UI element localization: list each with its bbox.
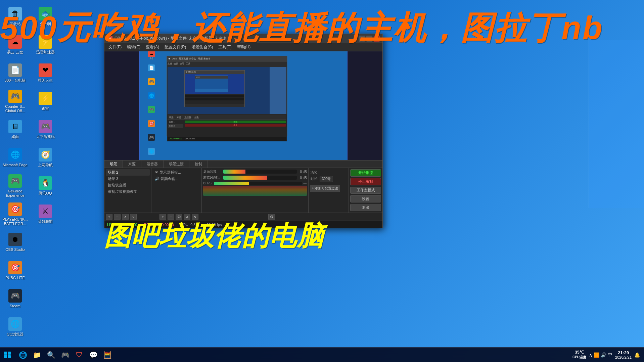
desktop-icon-pubglite[interactable]: 🎯 PUBG LITE: [0, 257, 30, 284]
obs-studio-mode-button[interactable]: 工作室模式: [350, 187, 381, 194]
obs-scene-0[interactable]: 场景 2: [106, 169, 150, 176]
right-panel: [589, 40, 644, 208]
obs-settings-button[interactable]: 设置: [350, 195, 381, 202]
taskbar-clock[interactable]: 21:29 2020/2/21: [615, 350, 632, 359]
desktop-icon-geforce[interactable]: 🎮 GeForce Experience: [0, 173, 30, 199]
taskbar-app-calc[interactable]: 🧮: [101, 348, 114, 362]
pubglite-icon: 🎯: [8, 261, 22, 274]
xunlei-label: 迅雷: [42, 106, 49, 111]
geforce-label: GeForce Experience: [2, 189, 29, 198]
obs-tab-scenes[interactable]: 场景: [104, 161, 123, 168]
taskbar-app-edge[interactable]: 🌐: [16, 348, 30, 362]
life-label: 帮闪人生: [38, 78, 53, 83]
start-button[interactable]: [0, 348, 15, 362]
transition-duration[interactable]: 300毫: [320, 176, 333, 182]
input-icon[interactable]: 中: [608, 352, 612, 358]
xunlei-icon: ⚡: [39, 92, 52, 105]
lol-icon: ⚔: [39, 205, 52, 218]
nested-obs-title: ⏺OBS - 配置文件 未命名 - 场景 未命名: [167, 56, 287, 61]
obs-scene-3[interactable]: 录制垃圾视频教学: [106, 188, 150, 195]
mixer-desktop-db: 0 dB: [297, 170, 307, 174]
mixer-mic-db: 0 dB: [297, 176, 307, 180]
speed-label: 迅雷加速器: [36, 50, 55, 54]
obs-controls-panel: 开始推流 停止录制 工作室模式 设置 退出: [349, 168, 382, 213]
desktop-icons-area: 🗑 回收站 ☁ 易云·云盘 📄 300一台电脑 🎮 Counter-S... G…: [0, 0, 44, 345]
deep-nested-preview: ⏺ OBS: [185, 74, 244, 94]
ni-4: 🌐: [148, 92, 155, 99]
obs-icon: ⏺: [8, 233, 22, 246]
obs-source-1[interactable]: 🔊 音频金输...: [153, 176, 200, 182]
add-configurable-transition[interactable]: + 添加可配置过渡: [310, 185, 340, 192]
nested-obs-controls: 场景 来源 混音器 控制 场景 1 场景 2: [167, 115, 287, 141]
deep-nested-title: ⏺ OBS 22.0.2: [185, 71, 244, 74]
obs-transitions-panel: 淡化 时长: 300毫 + 添加可配置过渡: [309, 168, 349, 213]
netnav-label: 上网导航: [38, 163, 53, 167]
chevron-up-icon[interactable]: ∧: [589, 352, 592, 358]
nested-desktop: ☁ 云盘 📄 🎮 🌐 🎮: [140, 51, 347, 160]
file-icon: 📄: [8, 63, 22, 77]
nested-icon-8: 🌐: [143, 148, 160, 161]
obs-source-0[interactable]: 👁 显示器捕捉...: [153, 169, 200, 176]
pubglite-label: PUBG LITE: [5, 276, 25, 280]
taskbar-app-message[interactable]: 💬: [87, 348, 100, 362]
edge-icon: 🌐: [8, 148, 22, 162]
mixer-desktop-fill: [223, 170, 245, 174]
taskbar-app-search[interactable]: 🔍: [44, 348, 58, 362]
nested-icon-7: 🎮: [143, 134, 160, 147]
mixer-desktop-label: 桌面音频: [203, 169, 223, 174]
desktop-icon-edge[interactable]: 🌐 Microsoft Edge: [0, 144, 30, 171]
ni-5: 🎮: [148, 106, 155, 113]
desktop-icon-games[interactable]: 🎮 大平游戏玩: [30, 116, 60, 143]
desktop-icon-desktop[interactable]: 🖥 桌面: [0, 116, 30, 143]
ni-8: 🌐: [148, 148, 155, 155]
desktop-icon-pubg[interactable]: 🎯 PLAYERUNK... BATTLEGR...: [0, 201, 30, 228]
obs-tab-transitions[interactable]: 场景过渡: [164, 161, 189, 168]
desktop-icon-xunlei[interactable]: ⚡ 迅雷: [30, 88, 60, 115]
edge-label: Microsoft Edge: [3, 163, 27, 167]
obs-tab-controls[interactable]: 控制: [189, 161, 208, 168]
desktop-icon-life[interactable]: ❤ 帮闪人生: [30, 60, 60, 87]
obs-preview-area: ☁ 云盘 📄 🎮 🌐 🎮: [104, 51, 382, 160]
obs-tab-mixer[interactable]: 混音器: [141, 161, 164, 168]
desktop-icon-lol[interactable]: ⚔ 英雄联盟: [30, 201, 60, 228]
desktop-icon-file[interactable]: 📄 300一台电脑: [0, 60, 30, 87]
geforce-icon: 🎮: [8, 174, 22, 188]
nested-obs-preview: ⏺ OBS 22.0.2 ⏺ OBS: [168, 67, 286, 114]
obs-sources-list: 👁 显示器捕捉... 🔊 音频金输...: [151, 168, 202, 213]
nested-icon-3: 🎮: [143, 78, 160, 92]
obs-tab-sources[interactable]: 来源: [123, 161, 141, 168]
obs-stop-record-button[interactable]: 停止录制: [350, 178, 381, 185]
volume-icon[interactable]: 🔊: [601, 352, 606, 358]
desktop-icon-qq[interactable]: 🐧 腾讯QQ: [30, 173, 60, 199]
csgo-label: Counter-S... Global Off...: [2, 104, 29, 113]
network-icon[interactable]: 📶: [594, 352, 599, 358]
ni-6: 🎯: [148, 120, 155, 127]
csgo-icon: 🎮: [8, 90, 22, 103]
desktop-icon-steam[interactable]: 🎮 Steam: [0, 285, 30, 312]
desktop-icon-csgo[interactable]: 🎮 Counter-S... Global Off...: [0, 88, 30, 115]
games-icon: 🎮: [39, 120, 52, 133]
taskbar-app-gaming[interactable]: 🎮: [58, 348, 72, 362]
ni-2: 📄: [148, 64, 155, 71]
taskbar-app-shield[interactable]: 🛡: [73, 348, 86, 362]
windows-logo-icon: [4, 352, 11, 358]
notification-icon[interactable]: 🔔: [634, 352, 640, 358]
desktop-icon-netnav[interactable]: 🧭 上网导航: [30, 144, 60, 171]
qq-icon: 🐧: [39, 176, 52, 190]
desktop-icon-obs[interactable]: ⏺ OBS Studio: [0, 229, 30, 256]
obs-bottom-panels: 场景 来源 混音器 场景过渡 控制 场景 2 场景 3 捡垃圾直播 录制垃圾视频…: [104, 160, 382, 221]
obs-exit-button[interactable]: 退出: [350, 204, 381, 211]
steam-label: Steam: [10, 304, 20, 308]
obs-scene-1[interactable]: 场景 3: [106, 176, 150, 182]
taskbar-right: 35℃CPU温度 ∧ 📶 🔊 中 21:29 2020/2/21 🔔: [568, 350, 644, 360]
obs-scene-2[interactable]: 捡垃圾直播: [106, 182, 150, 188]
desktop2-icon: 🖥: [8, 120, 22, 133]
desktop-icon-qqbrowser[interactable]: 🌐 QQ浏览器: [0, 314, 30, 341]
nested-icon-6: 🎯: [143, 120, 160, 134]
taskbar-app-explorer[interactable]: 📁: [30, 348, 44, 362]
nested-icon-1: ☁ 云盘: [143, 51, 160, 64]
deep-nested-obs: ⏺ OBS 22.0.2 ⏺ OBS: [184, 70, 245, 107]
qqbrowser-label: QQ浏览器: [7, 332, 24, 336]
obs-start-stream-button[interactable]: 开始推流: [350, 169, 381, 177]
ni-7: 🎮: [148, 134, 155, 141]
